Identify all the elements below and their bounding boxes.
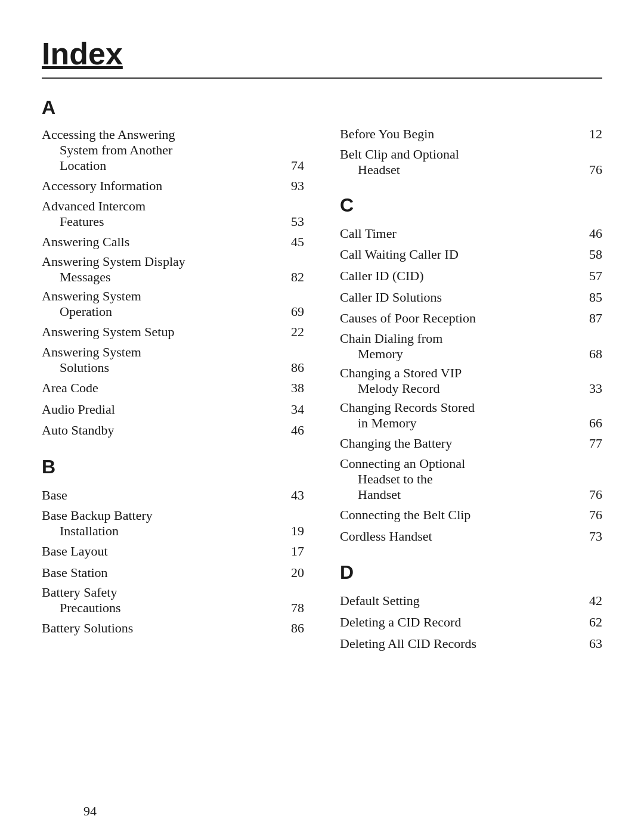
list-item: Base Backup Battery Installation 19 — [42, 508, 304, 539]
entry-text: System from Another — [42, 142, 175, 158]
entry-text: Accessing the Answering — [42, 127, 175, 142]
list-item: Default Setting 42 — [340, 592, 602, 610]
entry-text: Caller ID Solutions — [340, 288, 589, 306]
entry-text: Deleting a CID Record — [340, 613, 589, 631]
entry-text: Solutions — [42, 360, 141, 376]
entry-text: Belt Clip and Optional — [340, 147, 459, 162]
list-item: Connecting the Belt Clip 76 — [340, 506, 602, 524]
section-b-right: Before You Begin 12 Belt Clip and Option… — [340, 97, 602, 178]
entry-text: Connecting the Belt Clip — [340, 506, 589, 524]
list-item: Cordless Handset 73 — [340, 528, 602, 545]
entry-text: Advanced Intercom — [42, 198, 145, 214]
entry-page: 58 — [589, 246, 602, 263]
entry-page: 74 — [291, 158, 304, 173]
entry-text: Call Timer — [340, 225, 589, 243]
entry-text: Audio Predial — [42, 401, 291, 418]
entry-text: Base Backup Battery — [42, 508, 153, 523]
section-letter-d: D — [340, 561, 602, 584]
list-item: Call Timer 46 — [340, 225, 602, 243]
entry-page: 82 — [291, 269, 304, 285]
list-item: Battery Solutions 86 — [42, 619, 304, 637]
entry-page: 87 — [589, 309, 602, 327]
page-title: Index — [42, 36, 602, 72]
title-rule — [42, 77, 602, 79]
page-wrapper: Index A Accessing the Answering System f… — [42, 36, 602, 819]
entry-page: 78 — [291, 600, 304, 616]
section-letter-c: C — [340, 194, 602, 216]
entry-page: 42 — [589, 592, 602, 610]
entry-page: 62 — [589, 613, 602, 631]
entry-text: Call Waiting Caller ID — [340, 246, 589, 263]
entry-text: Operation — [42, 304, 141, 319]
entry-page: 77 — [589, 435, 602, 452]
list-item: Deleting a CID Record 62 — [340, 613, 602, 631]
entry-page: 57 — [589, 267, 602, 285]
list-item: Answering Calls 45 — [42, 233, 304, 251]
list-item: Answering System Display Messages 82 — [42, 254, 304, 285]
page-number: 94 — [83, 804, 97, 819]
entry-page: 45 — [291, 233, 304, 251]
section-letter-a: A — [42, 97, 304, 119]
entry-text: Answering Calls — [42, 233, 291, 251]
entry-text: Changing a Stored VIP — [340, 365, 462, 381]
right-column: Before You Begin 12 Belt Clip and Option… — [340, 97, 602, 669]
entry-text: Location — [42, 158, 175, 173]
section-d: D Default Setting 42 Deleting a CID Reco… — [340, 561, 602, 652]
entry-page: 63 — [589, 635, 602, 653]
entry-page: 12 — [589, 125, 602, 143]
entry-page: 66 — [589, 415, 602, 431]
entry-text: Accessory Information — [42, 177, 291, 195]
list-item: Area Code 38 — [42, 379, 304, 397]
entry-text: Installation — [42, 523, 153, 539]
section-a: A Accessing the Answering System from An… — [42, 97, 304, 439]
list-item: Belt Clip and Optional Headset 76 — [340, 147, 602, 178]
entry-text: Caller ID (CID) — [340, 267, 589, 285]
list-item: Answering System Solutions 86 — [42, 345, 304, 376]
list-item: Advanced Intercom Features 53 — [42, 198, 304, 229]
entry-text: Deleting All CID Records — [340, 635, 589, 653]
entry-page: 38 — [291, 379, 304, 397]
list-item: Chain Dialing from Memory 68 — [340, 331, 602, 362]
list-item: Deleting All CID Records 63 — [340, 635, 602, 653]
columns: A Accessing the Answering System from An… — [42, 97, 602, 669]
entry-text: in Memory — [340, 415, 475, 431]
entry-text: Base Station — [42, 564, 291, 582]
entry-text: Features — [42, 214, 145, 229]
list-item: Base Layout 17 — [42, 542, 304, 560]
list-item: Battery Safety Precautions 78 — [42, 585, 304, 616]
entry-text: Answering System — [42, 288, 141, 304]
list-item: Audio Predial 34 — [42, 401, 304, 418]
entry-text: Changing Records Stored — [340, 400, 475, 415]
entry-text: Cordless Handset — [340, 528, 589, 545]
list-item: Caller ID Solutions 85 — [340, 288, 602, 306]
entry-page: 76 — [589, 506, 602, 524]
list-item: Answering System Setup 22 — [42, 323, 304, 341]
list-item: Changing a Stored VIP Melody Record 33 — [340, 365, 602, 396]
list-item: Before You Begin 12 — [340, 125, 602, 143]
entry-text: Messages — [42, 269, 185, 285]
list-item: Call Waiting Caller ID 58 — [340, 246, 602, 263]
list-item: Accessory Information 93 — [42, 177, 304, 195]
entry-text: Headset to the — [340, 471, 465, 487]
entry-page: 76 — [589, 162, 602, 178]
entry-page: 85 — [589, 288, 602, 306]
entry-page: 33 — [589, 381, 602, 396]
left-column: A Accessing the Answering System from An… — [42, 97, 304, 669]
list-item: Changing Records Stored in Memory 66 — [340, 400, 602, 431]
section-b: B Base 43 Base Backup Battery Installati… — [42, 456, 304, 637]
list-item: Connecting an Optional Headset to the Ha… — [340, 456, 602, 502]
entry-page: 17 — [291, 542, 304, 560]
entry-text: Melody Record — [340, 381, 462, 396]
entry-text: Auto Standby — [42, 421, 291, 439]
entry-page: 69 — [291, 304, 304, 319]
list-item: Causes of Poor Reception 87 — [340, 309, 602, 327]
entry-page: 53 — [291, 214, 304, 229]
entry-text: Answering System — [42, 345, 141, 360]
entry-page: 93 — [291, 177, 304, 195]
entry-text: Memory — [340, 346, 442, 362]
entry-page: 68 — [589, 346, 602, 362]
entry-page: 46 — [589, 225, 602, 243]
list-item: Auto Standby 46 — [42, 421, 304, 439]
entry-page: 86 — [291, 360, 304, 376]
list-item: Accessing the Answering System from Anot… — [42, 127, 304, 173]
